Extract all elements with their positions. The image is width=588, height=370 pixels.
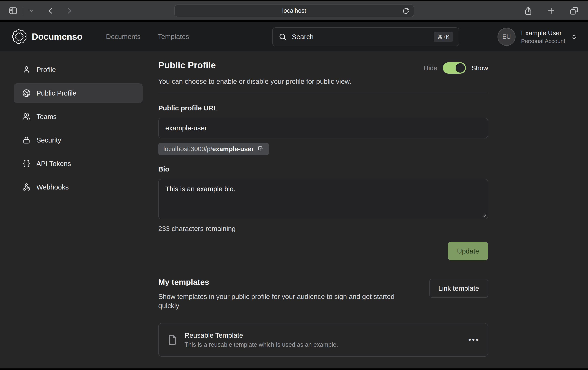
page-title: Public Profile bbox=[158, 60, 216, 71]
search-shortcut-badge: ⌘+K bbox=[434, 32, 453, 42]
toggle-hide-label: Hide bbox=[424, 64, 437, 72]
sidebar-item-label: API Tokens bbox=[36, 160, 71, 168]
avatar: EU bbox=[497, 28, 515, 46]
address-bar[interactable]: localhost bbox=[174, 4, 414, 17]
sidebar-chevron-down-icon[interactable] bbox=[28, 8, 34, 14]
bio-characters-remaining: 233 characters remaining bbox=[158, 225, 488, 233]
sidebar-item-label: Public Profile bbox=[36, 89, 76, 97]
share-icon[interactable] bbox=[524, 6, 533, 15]
profile-visibility-toggle-group: Hide Show bbox=[424, 62, 488, 74]
toolbar-bottom-edge bbox=[0, 20, 588, 22]
divider bbox=[158, 93, 488, 94]
new-tab-icon[interactable] bbox=[547, 6, 556, 15]
braces-icon bbox=[22, 160, 31, 168]
copy-icon bbox=[258, 146, 264, 152]
template-description: This is a reusable template which is use… bbox=[185, 341, 338, 348]
bio-field-label: Bio bbox=[158, 165, 488, 173]
search-input[interactable]: Search ⌘+K bbox=[272, 27, 459, 46]
chevrons-up-down-icon bbox=[570, 33, 578, 41]
sidebar-item-label: Webhooks bbox=[36, 183, 69, 191]
url-field-label: Public profile URL bbox=[158, 104, 488, 112]
page-subtitle: You can choose to enable or disable your… bbox=[158, 78, 488, 85]
logo-text: Documenso bbox=[32, 31, 83, 42]
my-templates-description: Show templates in your public profile fo… bbox=[158, 292, 395, 310]
toolbar-separator bbox=[23, 7, 23, 15]
bio-textarea[interactable]: This is an example bio. bbox=[158, 179, 488, 219]
url-preview-slug: example-user bbox=[212, 145, 254, 153]
browser-toolbar: localhost bbox=[0, 1, 588, 20]
search-placeholder: Search bbox=[292, 33, 314, 41]
reload-icon[interactable] bbox=[402, 8, 409, 15]
documenso-logo[interactable]: Documenso bbox=[12, 29, 83, 44]
webhook-icon bbox=[22, 183, 31, 191]
link-template-button[interactable]: Link template bbox=[429, 279, 488, 298]
app-header: Documenso Documents Templates Search ⌘+K… bbox=[0, 22, 588, 51]
window-bottom-edge bbox=[0, 369, 588, 370]
visibility-toggle[interactable] bbox=[443, 62, 466, 74]
template-name: Reusable Template bbox=[185, 331, 338, 339]
forward-button[interactable] bbox=[65, 6, 74, 15]
user-name: Example User bbox=[521, 29, 565, 37]
sidebar-item-api-tokens[interactable]: API Tokens bbox=[14, 154, 143, 174]
user-icon bbox=[22, 66, 31, 74]
toggle-knob bbox=[456, 63, 465, 73]
back-button[interactable] bbox=[46, 6, 55, 15]
nav-documents[interactable]: Documents bbox=[106, 33, 141, 41]
copy-url-button[interactable] bbox=[258, 146, 264, 152]
profile-url-preview-chip: localhost:3000/p/example-user bbox=[158, 143, 269, 155]
file-icon bbox=[167, 334, 178, 345]
sidebar-item-public-profile[interactable]: Public Profile bbox=[14, 83, 143, 103]
sidebar-item-label: Security bbox=[36, 136, 61, 144]
sidebar-item-label: Teams bbox=[36, 113, 57, 121]
user-account-type: Personal Account bbox=[521, 38, 565, 44]
sidebar-item-label: Profile bbox=[36, 66, 56, 74]
public-profile-panel: Public Profile Hide Show You can choose … bbox=[158, 60, 488, 369]
page-content: Profile Public Profile Teams Security AP… bbox=[0, 51, 588, 369]
sidebar-item-teams[interactable]: Teams bbox=[14, 107, 143, 126]
documenso-badge-icon bbox=[12, 29, 27, 44]
more-options-icon[interactable]: ••• bbox=[468, 335, 480, 344]
users-icon bbox=[22, 113, 31, 121]
my-templates-title: My templates bbox=[158, 278, 395, 287]
resize-handle-icon[interactable] bbox=[482, 213, 486, 217]
user-menu[interactable]: EU Example User Personal Account bbox=[497, 27, 578, 46]
toggle-show-label: Show bbox=[472, 64, 488, 72]
settings-sidebar: Profile Public Profile Teams Security AP… bbox=[14, 60, 143, 369]
sidebar-item-security[interactable]: Security bbox=[14, 130, 143, 150]
primary-nav: Documents Templates bbox=[106, 33, 189, 41]
sidebar-item-profile[interactable]: Profile bbox=[14, 60, 143, 80]
search-icon bbox=[279, 33, 287, 41]
sidebar-toggle-icon[interactable] bbox=[9, 6, 18, 15]
url-preview-prefix: localhost:3000/p/ bbox=[163, 145, 212, 153]
tab-overview-icon[interactable] bbox=[570, 6, 578, 15]
lock-icon bbox=[22, 136, 31, 144]
avatar-initials: EU bbox=[502, 33, 511, 40]
nav-templates[interactable]: Templates bbox=[158, 33, 189, 41]
address-bar-url: localhost bbox=[282, 7, 306, 14]
update-button[interactable]: Update bbox=[448, 242, 488, 260]
sidebar-item-webhooks[interactable]: Webhooks bbox=[14, 177, 143, 197]
template-list-item: Reusable Template This is a reusable tem… bbox=[158, 323, 488, 357]
profile-url-input[interactable] bbox=[158, 118, 488, 138]
globe-icon bbox=[22, 89, 31, 97]
